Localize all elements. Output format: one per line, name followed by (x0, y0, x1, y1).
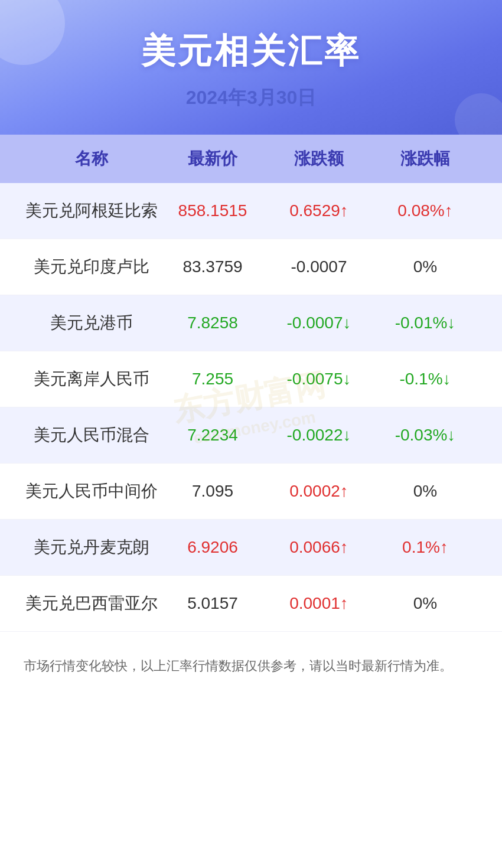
cell-pct: 0% (372, 594, 478, 613)
cell-price: 6.9206 (159, 538, 266, 557)
page-header: 美元相关汇率 2024年3月30日 (0, 0, 502, 135)
table-row: 美元兑丹麦克朗 6.9206 0.0066↑ 0.1%↑ (0, 520, 502, 576)
footer-text: 市场行情变化较快，以上汇率行情数据仅供参考，请以当时最新行情为准。 (24, 658, 452, 673)
cell-price: 7.2234 (159, 426, 266, 445)
table-row: 美元兑港币 7.8258 -0.0007↓ -0.01%↓ (0, 295, 502, 351)
cell-change: 0.0002↑ (266, 482, 372, 501)
cell-change: -0.0007 (266, 257, 372, 276)
cell-price: 858.1515 (159, 201, 266, 220)
cell-name: 美元人民币中间价 (24, 480, 159, 502)
cell-price: 83.3759 (159, 257, 266, 276)
cell-price: 5.0157 (159, 594, 266, 613)
table-row: 美元兑印度卢比 83.3759 -0.0007 0% (0, 239, 502, 295)
table-row: 美元兑阿根廷比索 858.1515 0.6529↑ 0.08%↑ (0, 183, 502, 239)
cell-name: 美元兑港币 (24, 312, 159, 334)
cell-pct: -0.03%↓ (372, 426, 478, 445)
page-date: 2024年3月30日 (24, 85, 478, 111)
cell-name: 美元人民币混合 (24, 424, 159, 446)
table-row: 美元人民币混合 7.2234 -0.0022↓ -0.03%↓ (0, 407, 502, 464)
cell-name: 美元兑巴西雷亚尔 (24, 592, 159, 615)
table-row: 美元离岸人民币 7.255 -0.0075↓ -0.1%↓ (0, 351, 502, 407)
cell-name: 美元兑阿根廷比索 (24, 200, 159, 222)
table-row: 美元兑巴西雷亚尔 5.0157 0.0001↑ 0% (0, 576, 502, 632)
cell-pct: 0% (372, 482, 478, 501)
cell-pct: 0.08%↑ (372, 201, 478, 220)
cell-pct: 0% (372, 257, 478, 276)
cell-pct: -0.1%↓ (372, 370, 478, 389)
cell-price: 7.8258 (159, 314, 266, 332)
cell-pct: 0.1%↑ (372, 538, 478, 557)
cell-name: 美元兑印度卢比 (24, 256, 159, 278)
cell-change: 0.6529↑ (266, 201, 372, 220)
table-row: 美元人民币中间价 7.095 0.0002↑ 0% (0, 464, 502, 520)
cell-price: 7.255 (159, 370, 266, 389)
cell-name: 美元离岸人民币 (24, 368, 159, 390)
page-title: 美元相关汇率 (24, 28, 478, 74)
footer-note: 市场行情变化较快，以上汇率行情数据仅供参考，请以当时最新行情为准。 (0, 632, 502, 706)
cell-change: -0.0075↓ (266, 370, 372, 389)
cell-change: 0.0001↑ (266, 594, 372, 613)
col-header-pct: 涨跌幅 (372, 148, 478, 170)
table-body: 东方财富网 eastmoney.com 美元兑阿根廷比索 858.1515 0.… (0, 183, 502, 632)
col-header-change: 涨跌额 (266, 148, 372, 170)
cell-change: -0.0007↓ (266, 314, 372, 332)
cell-name: 美元兑丹麦克朗 (24, 536, 159, 559)
col-header-price: 最新价 (159, 148, 266, 170)
table-header-row: 名称 最新价 涨跌额 涨跌幅 (0, 135, 502, 183)
cell-price: 7.095 (159, 482, 266, 501)
cell-pct: -0.01%↓ (372, 314, 478, 332)
cell-change: -0.0022↓ (266, 426, 372, 445)
col-header-name: 名称 (24, 148, 159, 170)
cell-change: 0.0066↑ (266, 538, 372, 557)
